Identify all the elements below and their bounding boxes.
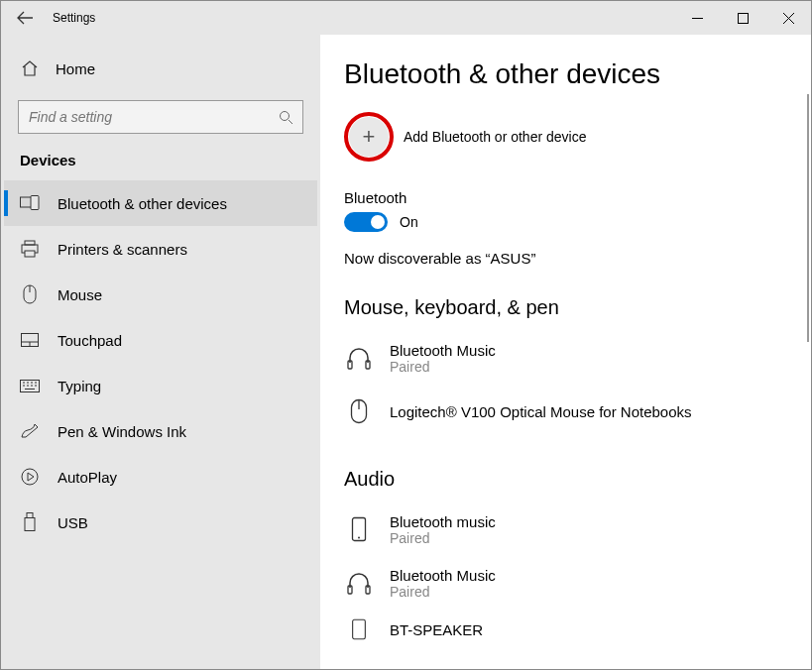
- search-input[interactable]: [19, 109, 269, 125]
- device-status: Paired: [390, 530, 496, 546]
- nav-label: AutoPlay: [58, 469, 117, 486]
- minimize-icon: [692, 13, 703, 24]
- titlebar: Settings: [1, 1, 811, 35]
- nav-bluetooth[interactable]: Bluetooth & other devices: [4, 180, 317, 226]
- device-status: Paired: [390, 584, 496, 600]
- device-name: Bluetooth Music: [390, 342, 496, 359]
- bluetooth-label: Bluetooth: [344, 189, 791, 206]
- headphones-icon: [344, 570, 374, 596]
- svg-point-1: [280, 111, 289, 120]
- section-heading-mouse: Mouse, keyboard, & pen: [344, 296, 791, 319]
- pen-icon: [20, 423, 40, 439]
- maximize-button[interactable]: [720, 1, 765, 35]
- nav-mouse[interactable]: Mouse: [4, 272, 317, 317]
- page-title: Bluetooth & other devices: [344, 58, 791, 90]
- minimize-button[interactable]: [674, 1, 720, 35]
- nav-label: USB: [58, 514, 88, 531]
- touchpad-icon: [20, 333, 40, 347]
- nav-touchpad[interactable]: Touchpad: [4, 317, 317, 363]
- window-title: Settings: [53, 11, 95, 25]
- nav-label: Mouse: [58, 286, 102, 303]
- close-icon: [783, 13, 794, 24]
- sidebar: Home Devices Bluetooth & other devices P…: [1, 35, 320, 669]
- nav-label: Pen & Windows Ink: [58, 423, 186, 440]
- plus-icon: +: [349, 117, 389, 157]
- bluetooth-toggle[interactable]: [344, 212, 388, 232]
- nav-typing[interactable]: Typing: [4, 363, 317, 408]
- add-device-label: Add Bluetooth or other device: [404, 129, 586, 145]
- svg-rect-4: [25, 241, 35, 245]
- device-item[interactable]: BT-SPEAKER: [344, 610, 791, 649]
- svg-rect-24: [25, 518, 35, 531]
- svg-rect-33: [353, 619, 366, 638]
- device-item[interactable]: Bluetooth music Paired: [344, 502, 791, 556]
- svg-point-22: [22, 469, 38, 485]
- device-name: BT-SPEAKER: [390, 621, 483, 638]
- device-name: Logitech® V100 Optical Mouse for Noteboo…: [390, 403, 692, 420]
- autoplay-icon: [20, 468, 40, 486]
- svg-rect-23: [27, 513, 33, 518]
- device-name: Bluetooth music: [390, 513, 496, 530]
- back-button[interactable]: [15, 1, 35, 35]
- arrow-left-icon: [16, 9, 34, 27]
- phone-icon: [344, 516, 374, 542]
- scrollbar[interactable]: [807, 94, 809, 342]
- bluetooth-state: On: [400, 214, 418, 230]
- svg-point-30: [358, 537, 360, 539]
- headphones-icon: [344, 345, 374, 371]
- nav-printers[interactable]: Printers & scanners: [4, 226, 317, 272]
- add-device-button[interactable]: + Add Bluetooth or other device: [344, 112, 791, 162]
- maximize-icon: [738, 13, 749, 24]
- device-item[interactable]: Bluetooth Music Paired: [344, 331, 791, 385]
- devices-icon: [20, 195, 40, 211]
- svg-rect-6: [25, 251, 35, 257]
- nav-pen[interactable]: Pen & Windows Ink: [4, 408, 317, 454]
- home-label: Home: [56, 60, 95, 77]
- search-icon: [269, 110, 302, 125]
- sidebar-section-header: Devices: [4, 152, 317, 180]
- svg-rect-3: [31, 196, 39, 210]
- main-panel: Bluetooth & other devices + Add Bluetoot…: [320, 35, 811, 669]
- nav-usb[interactable]: USB: [4, 500, 317, 545]
- search-box[interactable]: [18, 100, 303, 134]
- device-item[interactable]: Logitech® V100 Optical Mouse for Noteboo…: [344, 385, 791, 438]
- device-item[interactable]: Bluetooth Music Paired: [344, 556, 791, 610]
- nav-label: Touchpad: [58, 332, 122, 349]
- section-heading-audio: Audio: [344, 468, 791, 491]
- keyboard-icon: [20, 380, 40, 392]
- mouse-icon: [344, 398, 374, 424]
- device-status: Paired: [390, 359, 496, 375]
- mouse-icon: [20, 284, 40, 304]
- usb-icon: [20, 512, 40, 532]
- annotation-highlight: +: [344, 112, 394, 162]
- nav-label: Bluetooth & other devices: [58, 195, 227, 212]
- nav-autoplay[interactable]: AutoPlay: [4, 454, 317, 500]
- home-icon: [20, 59, 40, 77]
- nav-label: Typing: [58, 378, 101, 394]
- printer-icon: [20, 240, 40, 258]
- home-link[interactable]: Home: [4, 49, 317, 88]
- svg-rect-0: [738, 13, 748, 23]
- close-button[interactable]: [765, 1, 811, 35]
- discoverable-text: Now discoverable as “ASUS”: [344, 250, 791, 267]
- nav-label: Printers & scanners: [58, 241, 187, 258]
- device-name: Bluetooth Music: [390, 567, 496, 584]
- speaker-icon: [344, 618, 374, 640]
